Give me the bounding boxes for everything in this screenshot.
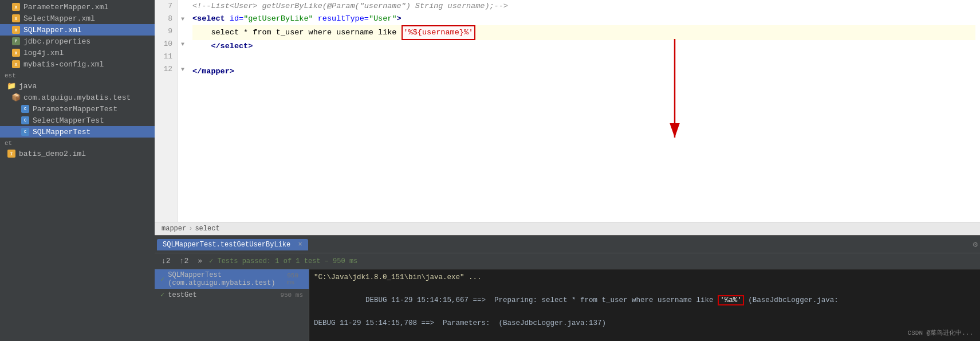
code-area[interactable]: <!--List<User> getUserByLike(@Param("use… [188,0,980,222]
sidebar-batis-label: batis_demo2.iml [19,150,86,158]
test-list: ✓ SQLMapperTest (com.atguigu.mybatis.tes… [155,269,309,341]
console-highlight-box: '%a%' [718,295,744,305]
attr-id: id= [230,13,243,25]
sidebar-package-label: com.atguigu.mybatis.test [23,93,131,102]
fold-arrow-12[interactable]: ▼ [178,63,188,76]
select-stmt: select * from t_user where username like [192,26,402,39]
mapper-close-tag: </mapper> [192,65,234,78]
line-num-12: 12 [159,63,172,76]
sidebar-java-folder[interactable]: 📁 java [0,80,155,92]
console-debug-text: DEBUG 11-29 15:14:15,667 ==> Preparing: … [365,296,718,304]
arrow-btn[interactable]: » [195,256,204,266]
breadcrumb-bar: mapper › select [155,222,980,235]
properties-icon: P [11,37,21,46]
line-num-9: 9 [159,25,172,38]
console-line-1: "C:\Java\jdk1.8.0_151\bin\java.exe" ... [314,272,975,283]
bottom-toolbar: ↓2 ↑2 » ✓ Tests passed: 1 of 1 test – 95… [155,253,980,269]
console-line-3: DEBUG 11-29 15:14:15,708 ==> Parameters:… [314,318,975,329]
sidebar-item-jdbc-props[interactable]: P jdbc.properties [0,36,155,47]
test-item-time: 950 ms [280,292,303,299]
bottom-panel: SQLMapperTest.testGetUserByLike × ⚙ ↓2 ↑… [155,235,980,341]
comment-text: <!--List<User> getUserByLike(@Param("use… [192,0,508,13]
code-line-12: </mapper> [192,65,975,78]
test-item-label: SQLMapperTest (com.atguigu.mybatis.test) [168,271,284,287]
sidebar-class-label: SQLMapperTest [33,128,90,136]
sidebar-sql-test[interactable]: C SQLMapperTest [0,126,155,138]
xml-icon: X [11,2,21,11]
breadcrumb-part2: select [195,225,219,233]
console-area[interactable]: "C:\Java\jdk1.8.0_151\bin\java.exe" ... … [309,269,980,341]
test-item-get[interactable]: ✓ testGet 950 ms [155,289,309,301]
attr-result: resultType= [313,13,369,25]
sidebar-class-label: SelectMapperTest [33,116,104,125]
xml-icon: X [11,14,21,23]
class-icon: C [21,116,30,125]
sidebar-item-log4j[interactable]: X log4j.xml [0,47,155,58]
tag-close: > [396,13,401,25]
editor-content: 7 8 9 10 11 12 ▼ ▼ ▼ <!--List<User> getU… [155,0,980,222]
bottom-tab-sql[interactable]: SQLMapperTest.testGetUserByLike × [157,239,308,250]
test-item-label: testGet [168,291,196,299]
sidebar-item-label: mybatis-config.xml [23,60,104,69]
class-icon: C [21,127,30,136]
breadcrumb-part1: mapper [162,225,186,233]
sidebar-item-label: log4j.xml [23,49,64,57]
console-suffix: (BaseJdbcLogger.java: [744,296,839,304]
sidebar-select-test[interactable]: C SelectMapperTest [0,115,155,126]
like-value-box: '%${username}%' [402,25,476,40]
attr-id-val: "getUserByLike" [243,13,313,25]
check-icon: ✓ [160,291,164,299]
sidebar-item-select-mapper[interactable]: X SelectMapper.xml [0,13,155,24]
sidebar-test-package[interactable]: 📦 com.atguigu.mybatis.test [0,92,155,103]
fold-arrow-8[interactable]: ▼ [178,13,188,25]
tab-close[interactable]: × [298,241,302,249]
settings-icon[interactable]: ⚙ [973,240,978,249]
bottom-tabs: SQLMapperTest.testGetUserByLike × ⚙ [155,236,980,253]
tests-passed-label: ✓ Tests passed: 1 of 1 test – 950 ms [209,257,357,265]
line-num-11: 11 [159,50,172,63]
xml-icon: X [11,25,21,34]
bottom-content: ✓ SQLMapperTest (com.atguigu.mybatis.tes… [155,269,980,341]
folder-icon: 📁 [7,81,16,91]
tab-label: SQLMapperTest.testGetUserByLike [163,241,290,249]
xml-icon: X [11,60,21,69]
code-line-7: <!--List<User> getUserByLike(@Param("use… [192,0,975,13]
line-numbers: 7 8 9 10 11 12 [155,0,178,222]
test-item-time: 950 ms [287,272,303,286]
test-item-sql[interactable]: ✓ SQLMapperTest (com.atguigu.mybatis.tes… [155,269,309,289]
sidebar-item-label: SelectMapper.xml [23,14,95,23]
sidebar-item-label: jdbc.properties [23,37,90,46]
sidebar-java-label: java [19,82,37,91]
sidebar-param-test[interactable]: C ParameterMapperTest [0,103,155,115]
sort-asc-btn[interactable]: ↓2 [159,256,173,266]
sort-desc-btn[interactable]: ↑2 [178,256,191,266]
code-line-8: <select id="getUserByLike" resultType="U… [192,13,975,25]
et-section: et [0,138,155,148]
code-line-9: select * from t_user where username like… [192,25,975,40]
check-icon: ✓ [160,275,164,284]
test-section-header: est [0,70,155,80]
status-label: CSDN @菜鸟进化中... [908,327,973,339]
line-num-8: 8 [159,13,172,25]
select-close-tag: </select> [192,40,253,53]
line-num-7: 7 [159,0,172,13]
sidebar-class-label: ParameterMapperTest [33,105,117,113]
fold-arrow-10[interactable]: ▼ [178,38,188,50]
console-line-2: DEBUG 11-29 15:14:15,667 ==> Preparing: … [314,283,975,318]
xml-icon: X [11,48,21,57]
breadcrumb-sep: › [188,225,192,233]
class-icon: C [21,104,30,113]
package-icon: 📦 [11,93,21,102]
sidebar-item-label: ParameterMapper.xml [23,3,108,11]
line-num-10: 10 [159,38,172,50]
code-line-10: </select> [192,40,975,53]
sidebar-item-parameter-mapper[interactable]: X ParameterMapper.xml [0,1,155,13]
sidebar-item-label: SQLMapper.xml [23,26,81,34]
sidebar-item-mybatis-config[interactable]: X mybatis-config.xml [0,58,155,70]
sidebar-batis-item[interactable]: I batis_demo2.iml [0,148,155,159]
fold-arrows: ▼ ▼ ▼ [178,0,188,222]
sidebar-item-sql-mapper[interactable]: X SQLMapper.xml [0,24,155,36]
main-layout: X ParameterMapper.xml X SelectMapper.xml… [0,0,980,341]
tag-open: <select [192,13,230,25]
sidebar: X ParameterMapper.xml X SelectMapper.xml… [0,0,155,341]
